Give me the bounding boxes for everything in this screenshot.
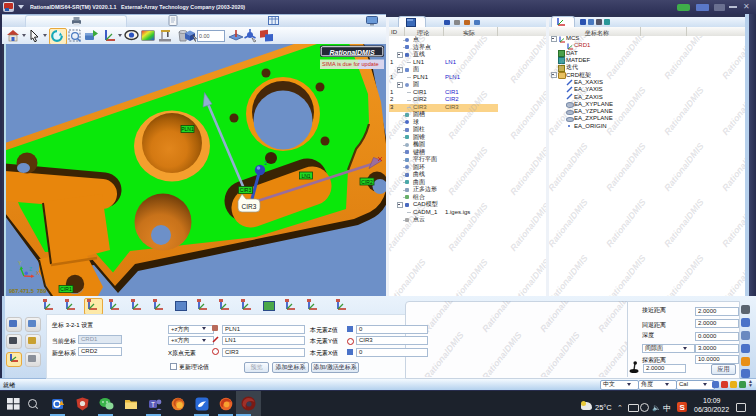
svg-text:RationalDMIS: RationalDMIS — [329, 49, 374, 56]
svg-text:CIR3: CIR3 — [242, 203, 257, 210]
svg-text:PLN1: PLN1 — [181, 126, 194, 132]
svg-text:987.471.5 789: 987.471.5 789 — [9, 288, 46, 294]
svg-text:CIR3: CIR3 — [240, 187, 252, 193]
svg-text:Y: Y — [18, 260, 22, 266]
svg-text:SIMA is due for update: SIMA is due for update — [322, 61, 379, 67]
svg-text:CIR2: CIR2 — [361, 179, 373, 185]
svg-text:T: T — [151, 401, 155, 408]
svg-text:LN1: LN1 — [301, 173, 310, 179]
svg-text:Z: Z — [29, 266, 32, 272]
svg-text:CIR1: CIR1 — [60, 286, 72, 292]
